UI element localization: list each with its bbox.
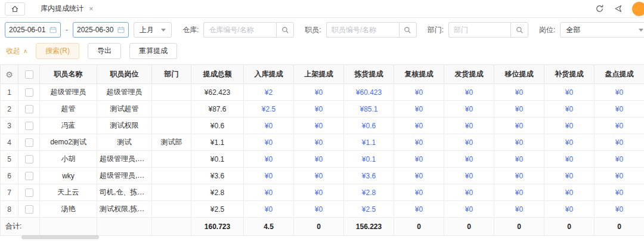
row-checkbox[interactable] [25, 172, 33, 180]
commission-link[interactable]: ¥0 [595, 151, 644, 168]
warehouse-search-button[interactable] [276, 22, 294, 38]
commission-link[interactable]: ¥0 [444, 151, 494, 168]
commission-link[interactable]: ¥0.6 [344, 118, 394, 134]
commission-link[interactable]: ¥0 [244, 168, 294, 184]
row-checkbox[interactable] [25, 122, 33, 130]
commission-link[interactable]: ¥0 [444, 168, 494, 184]
collapse-toggle[interactable]: 收起 ∧ [6, 46, 27, 56]
commission-link[interactable]: ¥0 [294, 84, 344, 101]
commission-link[interactable]: ¥0 [544, 184, 595, 201]
commission-link[interactable]: ¥0 [444, 101, 494, 118]
commission-link[interactable]: ¥0 [544, 151, 595, 168]
commission-link[interactable]: ¥0.1 [344, 151, 394, 168]
commission-link[interactable]: ¥0 [595, 134, 644, 151]
commission-link[interactable]: ¥2.5 [244, 101, 294, 118]
commission-link[interactable]: ¥0 [595, 84, 644, 101]
commission-link[interactable]: ¥0 [494, 151, 544, 168]
commission-link[interactable]: ¥0 [544, 118, 595, 134]
footer-empty [152, 218, 191, 236]
commission-link[interactable]: ¥0 [294, 134, 344, 151]
search-button[interactable]: 搜索(R) [36, 43, 79, 59]
commission-link[interactable]: ¥2 [244, 84, 294, 101]
commission-link[interactable]: ¥0 [394, 134, 444, 151]
commission-link[interactable]: ¥3.6 [344, 168, 394, 184]
commission-link[interactable]: ¥0 [394, 118, 444, 134]
horizontal-scrollbar-thumb[interactable] [21, 235, 99, 239]
row-checkbox[interactable] [25, 155, 33, 163]
commission-link[interactable]: ¥0 [544, 84, 595, 101]
commission-link[interactable]: ¥0 [294, 101, 344, 118]
commission-link[interactable]: ¥0 [595, 118, 644, 134]
table-row: 4demo2测试测试测试部¥1.1¥0¥0¥1.1¥0¥0¥0¥0¥0 [1, 134, 644, 151]
commission-link[interactable]: ¥0 [294, 168, 344, 184]
commission-link[interactable]: ¥0 [595, 201, 644, 218]
home-button[interactable] [5, 2, 25, 16]
commission-link[interactable]: ¥0 [294, 184, 344, 201]
row-checkbox[interactable] [25, 205, 33, 214]
commission-link[interactable]: ¥2.5 [344, 201, 394, 218]
footer-label: 合计: [1, 218, 40, 236]
commission-link[interactable]: ¥0 [444, 201, 494, 218]
refresh-icon[interactable] [595, 4, 604, 13]
row-checkbox[interactable] [25, 138, 33, 147]
commission-link[interactable]: ¥0 [244, 134, 294, 151]
date-from-input[interactable]: 2025-06-01 [5, 22, 61, 38]
commission-link[interactable]: ¥0 [494, 101, 544, 118]
commission-link[interactable]: ¥0 [595, 101, 644, 118]
commission-link[interactable]: ¥0 [494, 184, 544, 201]
commission-link[interactable]: ¥0 [294, 201, 344, 218]
commission-link[interactable]: ¥0 [595, 168, 644, 184]
commission-link[interactable]: ¥0 [494, 84, 544, 101]
commission-link[interactable]: ¥0 [244, 184, 294, 201]
date-to-input[interactable]: 2025-06-30 [73, 22, 129, 38]
department-search-button[interactable] [510, 22, 528, 38]
staff-search-button[interactable] [399, 22, 417, 38]
avatar[interactable] [632, 2, 644, 16]
commission-link[interactable]: ¥0 [394, 168, 444, 184]
commission-link[interactable]: ¥0 [394, 84, 444, 101]
commission-link[interactable]: ¥0 [394, 101, 444, 118]
row-checkbox[interactable] [25, 189, 33, 197]
commission-link[interactable]: ¥0 [394, 201, 444, 218]
select-all-checkbox[interactable] [25, 70, 33, 79]
commission-link[interactable]: ¥0 [544, 134, 595, 151]
commission-link[interactable]: ¥0 [544, 101, 595, 118]
department-input[interactable] [448, 22, 510, 38]
tab-commission-stats[interactable]: 库内提成统计 × [35, 0, 100, 17]
recalc-button[interactable]: 重算提成 [129, 43, 177, 59]
commission-link[interactable]: ¥1.1 [344, 134, 394, 151]
commission-link[interactable]: ¥0 [244, 201, 294, 218]
commission-link[interactable]: ¥0 [444, 118, 494, 134]
commission-link[interactable]: ¥85.1 [344, 101, 394, 118]
period-select[interactable]: 上月 [134, 22, 172, 38]
commission-link[interactable]: ¥0 [544, 168, 595, 184]
commission-link[interactable]: ¥0 [444, 84, 494, 101]
settings-gear-icon[interactable]: ⚙ [5, 70, 13, 79]
commission-link[interactable]: ¥0 [244, 151, 294, 168]
commission-link[interactable]: ¥0 [444, 134, 494, 151]
row-checkbox[interactable] [25, 88, 33, 97]
staff-input[interactable] [326, 22, 399, 38]
commission-link[interactable]: ¥2.8 [344, 184, 394, 201]
export-button[interactable]: 导出 [88, 43, 121, 59]
commission-link[interactable]: ¥0 [544, 201, 595, 218]
commission-link[interactable]: ¥0 [494, 201, 544, 218]
table-row: 8汤艳测试权限,拣货...¥2.5¥0¥0¥2.5¥0¥0¥0¥0¥0 [1, 201, 644, 218]
commission-link[interactable]: ¥0 [494, 168, 544, 184]
row-checkbox[interactable] [25, 105, 33, 113]
commission-link[interactable]: ¥0 [394, 184, 444, 201]
send-icon[interactable] [614, 4, 623, 13]
commission-link[interactable]: ¥0 [595, 184, 644, 201]
commission-link[interactable]: ¥0 [444, 184, 494, 201]
commission-link[interactable]: ¥60.423 [344, 84, 394, 101]
commission-link[interactable]: ¥0 [494, 118, 544, 134]
commission-link[interactable]: ¥0 [294, 118, 344, 134]
warehouse-input[interactable] [203, 22, 276, 38]
commission-link[interactable]: ¥0 [394, 151, 444, 168]
tab-close-icon[interactable]: × [89, 4, 94, 13]
position-select[interactable]: 全部 [560, 22, 644, 38]
commission-link[interactable]: ¥0 [294, 151, 344, 168]
commission-link[interactable]: ¥0 [244, 118, 294, 134]
commission-link[interactable]: ¥0 [494, 134, 544, 151]
chevron-down-icon [639, 29, 643, 32]
